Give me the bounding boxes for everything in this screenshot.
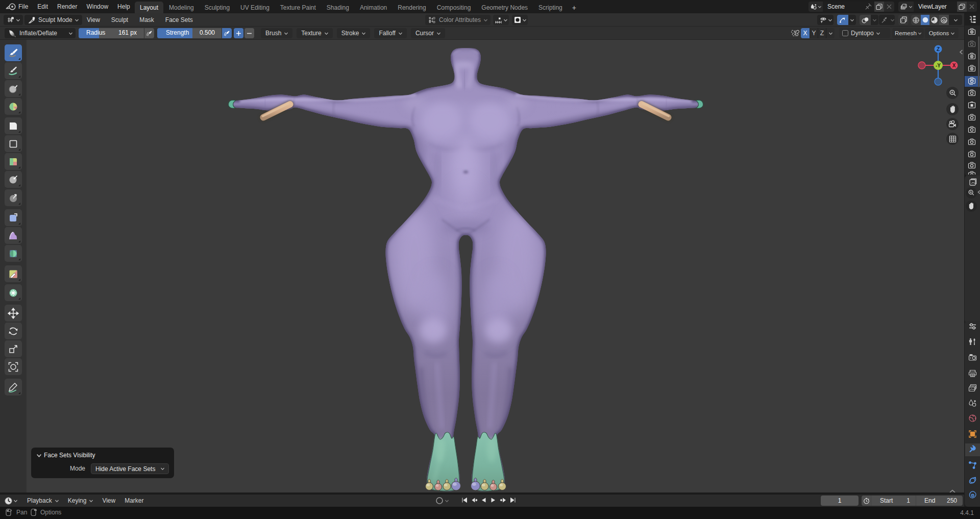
svg-text:Z: Z bbox=[937, 46, 940, 52]
svg-text:-Y: -Y bbox=[936, 63, 941, 68]
svg-text:X: X bbox=[952, 63, 956, 68]
